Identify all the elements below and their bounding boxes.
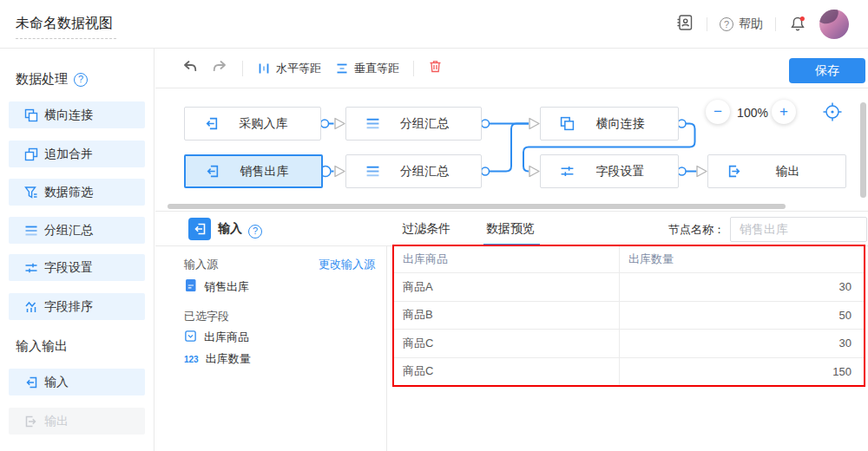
- quantity-cell: 30: [619, 273, 864, 301]
- output-icon: [727, 164, 742, 179]
- user-avatar[interactable]: [819, 10, 849, 39]
- sidebar-item-label: 横向连接: [44, 108, 93, 123]
- field-name: 出库数量: [206, 351, 251, 367]
- divider: [242, 61, 243, 76]
- sidebar-item-data-filter[interactable]: 数据筛选: [9, 179, 145, 206]
- column-header-product: 出库商品: [394, 246, 619, 272]
- group-summary-icon: [365, 116, 380, 131]
- undo-button[interactable]: [181, 59, 198, 78]
- vertical-spacing-label: 垂直等距: [354, 61, 399, 76]
- table-row: 商品B 50: [394, 301, 864, 330]
- node-name-input[interactable]: [730, 217, 867, 242]
- sidebar-item-group-summary[interactable]: 分组汇总: [9, 217, 145, 244]
- sidebar-item-label: 数据筛选: [44, 185, 93, 200]
- locate-center-icon[interactable]: [820, 100, 845, 124]
- notification-bell-icon[interactable]: [788, 15, 807, 34]
- field-name: 出库商品: [204, 330, 249, 345]
- zoom-in-button[interactable]: +: [772, 100, 796, 124]
- delete-node-button[interactable]: [428, 59, 443, 77]
- section-help-icon[interactable]: ?: [74, 73, 88, 87]
- join-horizontal-icon: [560, 116, 575, 131]
- sidebar-item-join-horizontal[interactable]: 横向连接: [9, 101, 145, 128]
- change-input-source-link[interactable]: 更改输入源: [319, 257, 375, 272]
- node-group-summary-2[interactable]: 分组汇总: [345, 154, 482, 188]
- panel-help-icon[interactable]: ?: [248, 222, 262, 239]
- field-settings-icon: [24, 261, 38, 275]
- top-header: 未命名数据视图 ? 帮助: [0, 0, 868, 49]
- table-row: 商品A 30: [394, 272, 864, 301]
- quantity-cell: 50: [619, 302, 864, 330]
- input-icon: [24, 376, 38, 389]
- node-sales-outbound[interactable]: 销售出库: [184, 154, 323, 188]
- horizontal-spacing-button[interactable]: 水平等距: [257, 61, 321, 76]
- panel-title: 输入: [218, 221, 242, 237]
- node-name-label: 节点名称：: [668, 222, 725, 238]
- page-title[interactable]: 未命名数据视图: [16, 15, 116, 39]
- contact-book-icon[interactable]: [675, 13, 694, 36]
- vertical-scrollbar[interactable]: [860, 102, 866, 198]
- zoom-out-button[interactable]: −: [706, 100, 730, 124]
- sidebar-item-input[interactable]: 输入: [9, 369, 145, 395]
- vertical-spacing-button[interactable]: 垂直等距: [335, 61, 399, 76]
- canvas-toolbar: 水平等距 垂直等距 保存: [155, 49, 868, 88]
- output-icon: [24, 415, 38, 428]
- column-header-quantity: 出库数量: [619, 246, 864, 272]
- sidebar-item-label: 字段设置: [44, 260, 93, 276]
- data-view-editor: 未命名数据视图 ? 帮助: [0, 0, 868, 451]
- node-label: 字段设置: [575, 164, 678, 180]
- group-summary-icon: [24, 224, 38, 238]
- horizontal-spacing-label: 水平等距: [276, 61, 321, 76]
- flow-canvas[interactable]: 采购入库 分组汇总 横向连接 销售出库: [155, 88, 868, 211]
- sidebar-item-label: 追加合并: [44, 147, 93, 162]
- save-button[interactable]: 保存: [789, 58, 865, 83]
- sidebar-item-append-merge[interactable]: 追加合并: [9, 141, 145, 167]
- sidebar-item-output: 输出: [9, 408, 145, 435]
- input-source-section: 输入源 更改输入源 销售出库 已选字段 出库商品: [155, 246, 387, 451]
- source-item[interactable]: 销售出库: [184, 278, 249, 295]
- node-label: 分组汇总: [380, 164, 481, 180]
- node-group-summary-1[interactable]: 分组汇总: [345, 107, 482, 141]
- join-horizontal-icon: [24, 108, 38, 122]
- help-label: 帮助: [739, 16, 763, 32]
- tab-data-preview[interactable]: 数据预览: [486, 212, 535, 246]
- field-sort-icon: [24, 300, 38, 314]
- node-join-horizontal[interactable]: 横向连接: [540, 107, 679, 141]
- product-cell: 商品B: [394, 302, 619, 330]
- field-item[interactable]: 出库商品: [184, 330, 249, 345]
- input-icon: [205, 164, 220, 179]
- table-header-row: 出库商品 出库数量: [394, 246, 864, 272]
- zoom-level: 100%: [733, 106, 773, 120]
- node-label: 输出: [742, 164, 845, 180]
- node-label: 销售出库: [220, 164, 321, 180]
- sidebar-item-field-settings[interactable]: 字段设置: [9, 254, 145, 281]
- section-title-data-processing: 数据处理 ?: [16, 71, 88, 88]
- sidebar-item-label: 分组汇总: [44, 223, 93, 239]
- product-cell: 商品C: [394, 330, 619, 357]
- selected-fields-label: 已选字段: [184, 309, 229, 324]
- group-summary-icon: [365, 164, 380, 179]
- divider: [707, 17, 707, 31]
- filter-icon: [24, 186, 38, 199]
- input-source-row: 输入源: [184, 257, 218, 272]
- input-node-icon: [188, 218, 211, 240]
- redo-button[interactable]: [212, 59, 228, 78]
- sidebar-item-field-sort[interactable]: 字段排序: [9, 293, 145, 320]
- source-name: 销售出库: [204, 279, 249, 295]
- divider: [775, 17, 776, 31]
- table-row: 商品C 150: [394, 357, 864, 386]
- selected-fields-header: 已选字段: [184, 309, 229, 324]
- tab-filter-conditions[interactable]: 过滤条件: [402, 212, 450, 246]
- node-config-panel: 输入 ? 过滤条件 数据预览 节点名称： 输入源 更改输入源: [155, 211, 868, 451]
- horizontal-scrollbar[interactable]: [168, 204, 786, 209]
- product-cell: 商品A: [394, 273, 619, 301]
- node-field-settings[interactable]: 字段设置: [540, 154, 679, 188]
- header-actions: ? 帮助: [675, 0, 849, 49]
- help-button[interactable]: ? 帮助: [720, 16, 763, 32]
- node-purchase-inbound[interactable]: 采购入库: [184, 107, 321, 141]
- node-label: 横向连接: [575, 116, 678, 132]
- field-item[interactable]: 123 出库数量: [184, 351, 251, 367]
- node-output[interactable]: 输出: [707, 154, 846, 188]
- question-icon: ?: [720, 17, 733, 31]
- main-area: 水平等距 垂直等距 保存: [155, 49, 868, 451]
- sidebar-item-label: 输出: [44, 414, 69, 429]
